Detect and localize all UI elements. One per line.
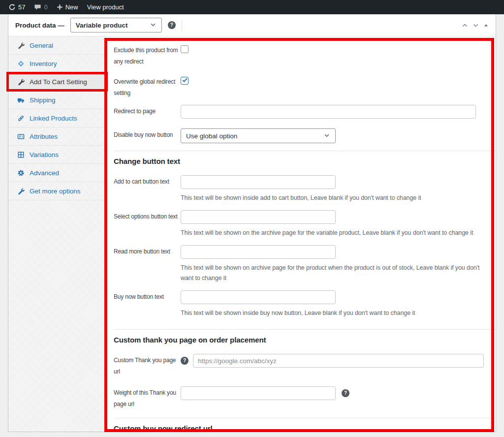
- field-help: This text will be shown on the archive p…: [181, 228, 490, 238]
- admin-bar: 57 0 New View product: [0, 0, 504, 14]
- tab-label: Get more options: [30, 187, 81, 195]
- check-icon: [182, 76, 188, 85]
- add-to-cart-setting-panel: Exclude this product from any redirect O…: [105, 36, 496, 432]
- wrench-icon: [17, 78, 25, 86]
- tab-shipping[interactable]: Shipping: [8, 91, 104, 109]
- view-product-menu[interactable]: View product: [83, 0, 128, 14]
- field-help: This text will be shown inside add to ca…: [181, 193, 490, 203]
- tab-advanced[interactable]: Advanced: [8, 164, 104, 182]
- thank-you-url-row: Custom Thank you page url ?: [114, 353, 496, 377]
- gear-icon: [17, 169, 25, 177]
- comments-count: 0: [44, 3, 47, 11]
- update-icon: [8, 3, 16, 11]
- tab-label: Attributes: [30, 133, 58, 140]
- field-label: Custom Thank you page url: [114, 353, 181, 377]
- tab-get-more-options[interactable]: Get more options: [8, 182, 104, 200]
- inventory-tag-icon: [17, 60, 25, 67]
- product-type-select[interactable]: Variable product: [70, 18, 162, 32]
- updates-count: 57: [18, 3, 25, 11]
- buy-now-redirect-section: Custom buy now redirect url Custom Buy n…: [114, 418, 496, 432]
- tool-icon: [17, 187, 25, 195]
- chevron-down-icon: [323, 132, 330, 140]
- section-heading: Change button text: [114, 157, 496, 165]
- field-label: Add to cart button text: [114, 174, 181, 187]
- product-type-value: Variable product: [76, 22, 128, 29]
- metabox-controls: [462, 22, 496, 29]
- section-heading: Custom buy now redirect url: [114, 424, 496, 432]
- metabox-body: General Inventory Add To Cart Setting Sh…: [8, 36, 496, 432]
- tab-label: Shipping: [30, 96, 56, 104]
- tab-add-to-cart-setting[interactable]: Add To Cart Setting: [8, 73, 104, 91]
- read-more-text-row: Read more button text This text will be …: [114, 244, 496, 283]
- metabox-header: Product data — Variable product ?: [8, 14, 496, 36]
- section-heading: Custom thank you page on order placement: [114, 336, 496, 344]
- tab-general[interactable]: General: [8, 36, 104, 55]
- tab-linked-products[interactable]: Linked Products: [8, 109, 104, 127]
- tab-label: Linked Products: [30, 115, 77, 122]
- exclude-redirect-row: Exclude this product from any redirect: [114, 43, 496, 67]
- add-to-cart-text-input[interactable]: [181, 175, 336, 189]
- add-to-cart-text-row: Add to cart button text This text will b…: [114, 174, 496, 203]
- tab-attributes[interactable]: Attributes: [8, 127, 104, 146]
- read-more-text-input[interactable]: [181, 245, 336, 259]
- toggle-panel-icon[interactable]: [483, 23, 489, 28]
- field-label: Redirect to page: [114, 104, 181, 117]
- view-product-label: View product: [87, 3, 124, 11]
- overwrite-global-checkbox[interactable]: [181, 77, 189, 85]
- tab-label: Variations: [30, 151, 59, 158]
- select-options-text-row: Select options button text This text wil…: [114, 209, 496, 238]
- tab-label: Inventory: [30, 60, 57, 67]
- select-value: Use global option: [186, 132, 237, 140]
- field-label: Weight of this Thank you page url: [114, 385, 181, 410]
- attributes-card-icon: [17, 132, 25, 140]
- new-content-menu[interactable]: New: [52, 0, 83, 14]
- header-divider: [182, 20, 182, 31]
- help-icon[interactable]: ?: [181, 357, 189, 365]
- change-button-text-section: Change button text Add to cart button te…: [114, 151, 496, 318]
- field-label: Read more button text: [114, 244, 181, 257]
- field-help: This text will be shown on archive page …: [181, 263, 490, 283]
- field-label: Overwrite global redirect setting: [114, 74, 181, 99]
- field-label: Select options button text: [114, 209, 181, 222]
- disable-buy-now-select[interactable]: Use global option: [181, 128, 336, 143]
- help-icon[interactable]: ?: [342, 389, 349, 397]
- tab-label: General: [30, 42, 53, 49]
- field-label: Buy now button text: [114, 289, 181, 303]
- redirect-to-page-input[interactable]: [181, 105, 476, 119]
- tab-variations[interactable]: Variations: [8, 146, 104, 164]
- buy-now-text-row: Buy now button text This text will be sh…: [114, 289, 496, 318]
- truck-icon: [17, 96, 25, 104]
- plus-icon: [57, 4, 63, 10]
- move-down-icon[interactable]: [472, 22, 479, 29]
- thank-you-weight-input[interactable]: [181, 386, 336, 400]
- product-data-tabs: General Inventory Add To Cart Setting Sh…: [8, 36, 105, 432]
- comments-menu[interactable]: 0: [30, 0, 52, 14]
- link-icon: [17, 114, 25, 122]
- grid-icon: [17, 151, 25, 158]
- thank-you-url-input[interactable]: [193, 354, 484, 368]
- new-label: New: [65, 3, 78, 11]
- wrench-icon: [17, 41, 25, 49]
- product-data-metabox: Product data — Variable product ?: [8, 14, 496, 432]
- redirect-to-page-row: Redirect to page: [114, 104, 496, 119]
- move-up-icon[interactable]: [462, 22, 468, 29]
- metabox-title: Product data —: [15, 22, 64, 29]
- buy-now-text-input[interactable]: [181, 290, 336, 304]
- thank-you-section: Custom thank you page on order placement…: [114, 329, 496, 410]
- field-label: Exclude this product from any redirect: [114, 43, 181, 67]
- updates-menu[interactable]: 57: [4, 0, 30, 14]
- field-help: This text will be shown inside buy now b…: [181, 308, 490, 318]
- tab-label: Add To Cart Setting: [30, 78, 87, 86]
- thank-you-weight-row: Weight of this Thank you page url ?: [114, 385, 496, 410]
- overwrite-global-row: Overwrite global redirect setting: [114, 74, 496, 99]
- help-icon[interactable]: ?: [168, 21, 176, 29]
- select-options-text-input[interactable]: [181, 210, 336, 224]
- comment-bubble-icon: [34, 3, 41, 11]
- exclude-redirect-checkbox[interactable]: [181, 45, 189, 53]
- tab-label: Advanced: [30, 169, 59, 177]
- chevron-down-icon: [150, 21, 157, 30]
- disable-buy-now-row: Disable buy now button Use global option: [114, 127, 496, 143]
- tab-inventory[interactable]: Inventory: [8, 55, 104, 73]
- field-label: Disable buy now button: [114, 127, 181, 141]
